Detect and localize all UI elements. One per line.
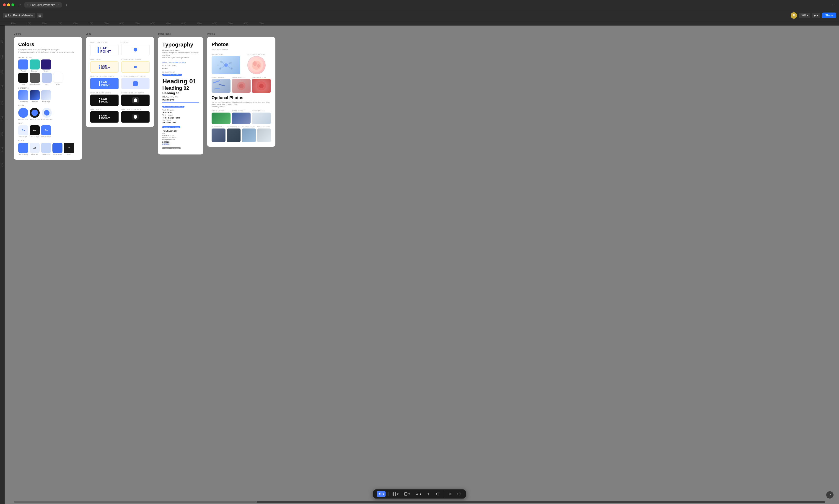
swatch-light: Light: [42, 73, 52, 85]
ruler-num: 2500: [73, 22, 88, 24]
accent-on-accent: Accent on accent: [41, 108, 52, 120]
shape-tool[interactable]: ▾: [403, 491, 411, 497]
svg-point-22: [259, 84, 264, 88]
logo-white-mobile-shape: [132, 114, 139, 120]
play-button[interactable]: ▶ ▾: [812, 13, 820, 18]
person-04-label: TEAM PERSON 04: [257, 126, 271, 128]
logo-white-mobile-label: LOGO WHITE - MOBILE: [121, 109, 150, 110]
logo-primary-main: LABPOINT: [99, 81, 110, 86]
svg-rect-27: [404, 492, 407, 496]
close-traffic-light[interactable]: [3, 3, 6, 6]
secondary-dark-label: Secondary Dark: [30, 84, 40, 85]
swatch-dark: Dark: [18, 73, 28, 85]
logo-white-cell: LOGO WHITE LABPOINT: [90, 109, 119, 123]
svg-rect-17: [214, 88, 220, 90]
zoom-control[interactable]: 40% ▾: [799, 13, 810, 18]
optional-grid: BRAND MOOD 04 BRAND MOOD 05 FILTER BUBBL…: [212, 110, 271, 124]
svg-point-14: [257, 64, 260, 68]
pages-toggle-button[interactable]: ⊡: [37, 13, 42, 18]
hero-swatches: Heroe overlay Aa Heroe title Heroe Text …: [18, 143, 77, 155]
theme-color-swatches-row1: Accent Secondary Tertiary: [18, 59, 77, 72]
logo-white-display: LABPOINT: [90, 111, 119, 123]
help-button[interactable]: ?: [826, 491, 834, 499]
logo-menu-label: LOGO MENU: [90, 59, 119, 60]
logo-menu-bars: [99, 65, 100, 69]
hero-title-label: Heroe title: [31, 154, 38, 155]
frame-tool[interactable]: ▾: [391, 491, 400, 497]
molecule-svg: [212, 56, 240, 74]
more-menu-button[interactable]: ···: [832, 2, 836, 7]
desktop-paragraphs-badge: DESKTOP - PARAGRAPHS: [162, 106, 185, 108]
circle-tool[interactable]: [435, 491, 441, 497]
component-tool[interactable]: [447, 491, 453, 497]
svg-rect-16: [219, 84, 226, 87]
logo-dark-label: LOGO ON DARK COLOR: [90, 92, 119, 94]
hero-text-label: Heroe Text: [42, 154, 50, 155]
typography-link[interactable]: Unique / Batch update text styles: [162, 61, 199, 63]
user-avatar[interactable]: R: [791, 12, 797, 19]
maximize-traffic-light[interactable]: [12, 3, 14, 6]
section-label-colors: Colors: [14, 32, 82, 35]
colors-card-subtitle: Change all colors from the brand you're …: [18, 48, 77, 53]
symbol-mobile-dot: [134, 66, 137, 68]
canvas-content[interactable]: Colors Logo Typography Photos Colors Cha…: [4, 25, 839, 504]
accent-light-circle: [18, 108, 28, 118]
select-tool[interactable]: ▾: [377, 491, 386, 497]
typography-meta-1: Click the background outside this frame …: [162, 52, 198, 56]
svg-point-20: [238, 83, 240, 86]
accent-on-accent-label: Accent on accent: [41, 119, 52, 120]
tertiary-label: Tertiary: [43, 70, 48, 72]
text-tool[interactable]: T: [425, 491, 432, 497]
symbol-dark-cell: SYMBOL ON DARK COLOR: [121, 92, 150, 106]
horizontal-ruler: 1500 1750 2000 2250 2500 2750 3000 3250 …: [0, 21, 839, 25]
active-tab[interactable]: ✦ LabPoint Webseite ✕: [24, 2, 62, 7]
symbol-label: SYMBOL: [121, 41, 150, 43]
logo-white-mobile-display: [121, 111, 150, 123]
svg-rect-26: [395, 494, 396, 496]
grad-accent-swatch: [18, 90, 28, 100]
hero-header: HEROE: [18, 140, 77, 142]
uppercase-small: Uppercase Small: [162, 137, 199, 138]
person-04-group: TEAM PERSON 04: [257, 126, 271, 142]
logo-primary-bars: [99, 82, 100, 86]
ruler-num: 3250: [120, 22, 135, 24]
svg-rect-24: [395, 492, 396, 493]
logo-max-label: LOGO (MAX 275PX): [90, 41, 119, 43]
text-large-bold: Text - Large - Bold: [162, 116, 199, 119]
bottom-scrollbar[interactable]: [14, 501, 825, 503]
logo-primary-display: LABPOINT: [90, 78, 119, 89]
play-dropdown-icon: ▾: [817, 14, 818, 17]
ruler-num: 2250: [57, 22, 73, 24]
text-accent-swatch: Aa: [41, 125, 51, 136]
figma-logo-button[interactable]: ⊞ LabPoint Webseite: [3, 13, 35, 18]
symbol-accent-label: SYMBOL ON ACCENT COLOR: [121, 75, 150, 77]
tab-close-icon[interactable]: ✕: [57, 3, 59, 6]
logo-dark-main: LABPOINT: [99, 97, 110, 103]
toolbar-left: ⊞ LabPoint Webseite ⊡: [3, 13, 42, 18]
section-label-logo: Logo: [86, 32, 154, 35]
logo-menu-main: LABPOINT: [99, 64, 110, 70]
code-tool[interactable]: [456, 491, 462, 497]
grad-light-label: Scrim Light: [42, 101, 50, 103]
share-button[interactable]: Share: [822, 13, 836, 18]
person-grid: TEAM PERSON 01 TEAM PERSON 02 TEAM PERSO…: [212, 126, 271, 142]
person-02-group: TEAM PERSON 02: [227, 126, 241, 142]
button-text-2: BUTTON: [162, 143, 199, 145]
white-swatch: [53, 73, 63, 83]
accent-on-light: Accent on light: [18, 108, 28, 120]
logo-white-bar-1: [99, 114, 100, 116]
pen-tool[interactable]: ▾: [414, 491, 423, 497]
mood-04-group: BRAND MOOD 04: [212, 110, 230, 124]
primary-font-label: PRIMARY FONT: [162, 71, 199, 73]
swatch-tertiary: Tertiary: [41, 59, 51, 72]
logo-menu-display: LABPOINT: [90, 61, 119, 73]
gradient-accent: Scrim Accent: [18, 90, 28, 103]
home-icon[interactable]: ⌂: [18, 2, 22, 8]
accent-accent-inner: [44, 110, 50, 115]
add-tab-button[interactable]: +: [64, 2, 69, 8]
mood-01-img: [212, 79, 230, 93]
scrollbar-thumb[interactable]: [14, 501, 257, 503]
accent-on-dark-label: Accent on dark: [30, 119, 39, 120]
minimize-traffic-light[interactable]: [7, 3, 10, 6]
svg-line-7: [220, 65, 226, 69]
